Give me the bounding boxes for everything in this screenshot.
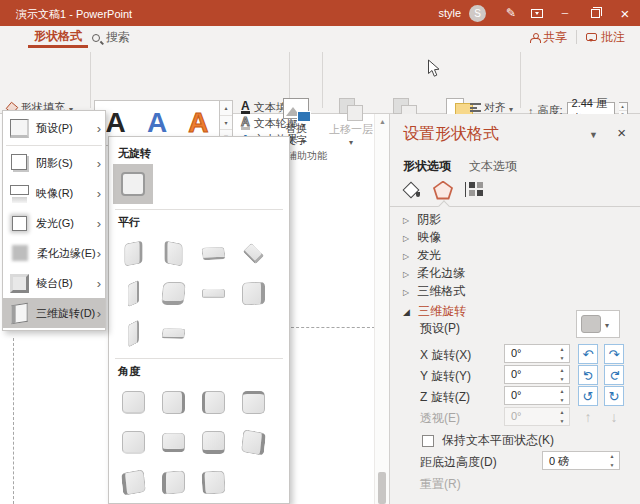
panel-section-3d-rotation[interactable]: 三维旋转 — [403, 302, 466, 320]
preset-dropdown[interactable] — [576, 310, 620, 338]
submenu-arrow-icon — [97, 276, 101, 291]
cube-icon — [242, 391, 265, 414]
rotation-preset-a-tilt-left[interactable] — [113, 462, 153, 502]
share-button[interactable]: 共享 — [521, 26, 576, 48]
cube-icon — [162, 470, 185, 495]
effects-menu-item-reflection[interactable]: 映像(R) — [3, 178, 105, 208]
panel-section-soft-edges[interactable]: 柔化边缘 — [403, 264, 465, 282]
align-icon — [470, 103, 481, 112]
chevron-down-icon — [349, 135, 353, 147]
style-addin-label[interactable]: style — [438, 7, 461, 19]
close-button[interactable] — [610, 0, 640, 26]
cube-icon — [201, 246, 226, 260]
effects-tab-icon[interactable] — [433, 181, 453, 200]
x-rotate-left-button[interactable] — [578, 344, 598, 364]
rotation-preset-a-side-left2[interactable] — [153, 462, 193, 502]
bring-forward-button[interactable]: 上移一层 — [324, 98, 378, 160]
z-rotation-stepper[interactable]: ▲▼ — [556, 387, 568, 404]
restore-button[interactable] — [580, 0, 610, 26]
submenu-arrow-icon — [97, 306, 101, 321]
z-rotate-right-button[interactable] — [604, 386, 624, 406]
user-avatar-badge[interactable]: S — [469, 5, 486, 22]
keep-text-flat-checkbox[interactable] — [422, 435, 434, 447]
panel-section-label: 柔化边缘 — [417, 265, 465, 282]
x-rotation-label: X 旋转(X) — [420, 347, 471, 364]
cube-icon — [127, 319, 138, 348]
inking-icon[interactable] — [498, 0, 524, 26]
rotation-preset-a-side-top[interactable] — [233, 382, 273, 422]
x-rotate-right-button[interactable] — [604, 344, 624, 364]
rotation-preset-p-iso-right[interactable] — [153, 233, 193, 273]
gallery-grid — [113, 164, 285, 204]
distance-stepper[interactable]: ▲▼ — [606, 452, 618, 469]
effects-menu-item-bevel[interactable]: 棱台(B) — [3, 268, 105, 298]
panel-tab-text-options[interactable]: 文本选项 — [469, 158, 517, 175]
panel-section-glow[interactable]: 发光 — [403, 246, 441, 264]
submenu-arrow-icon — [97, 156, 101, 171]
gallery-section-label: 无旋转 — [118, 146, 280, 161]
gallery-up-button[interactable] — [220, 101, 232, 116]
cube-icon — [201, 470, 225, 494]
panel-section-reflection[interactable]: 映像 — [403, 228, 441, 246]
submenu-arrow-icon — [97, 216, 101, 231]
y-rotation-stepper[interactable]: ▲▼ — [556, 366, 568, 383]
keep-text-flat-label: 保持文本平面状态(K) — [442, 432, 554, 449]
reset-button[interactable]: 重置(R) — [420, 476, 461, 493]
panel-close-icon[interactable]: × — [617, 124, 626, 141]
panel-options-icon[interactable]: ▼ — [589, 130, 598, 140]
title-bar-controls: style S — [438, 0, 640, 26]
effects-menu-item-glow[interactable]: 发光(G) — [3, 208, 105, 238]
menu-item-label: 阴影(S) — [36, 156, 97, 171]
z-rotate-left-button[interactable] — [578, 386, 598, 406]
mouse-cursor — [427, 59, 440, 78]
rotation-preset-a-side-left3[interactable] — [193, 462, 233, 502]
rotation-preset-a-side-left[interactable] — [193, 382, 233, 422]
scrollbar-thumb[interactable] — [378, 472, 386, 504]
ribbon-display-options-icon[interactable] — [524, 0, 550, 26]
rotation-preset-p-flat-low[interactable] — [193, 273, 233, 313]
glow-icon — [12, 216, 27, 231]
rotation-preset-v-none[interactable] — [113, 164, 153, 204]
comments-button[interactable]: 批注 — [577, 26, 634, 48]
rotation-preset-a-plain2[interactable] — [113, 422, 153, 462]
panel-section-shadow[interactable]: 阴影 — [403, 210, 441, 228]
bring-forward-icon — [339, 98, 363, 120]
menu-item-label: 映像(R) — [36, 186, 97, 201]
panel-tab-shape-options[interactable]: 形状选项 — [403, 158, 451, 175]
size-properties-tab-icon[interactable] — [467, 182, 483, 198]
rotation-preset-a-side-bottom[interactable] — [153, 422, 193, 462]
cube-icon — [202, 288, 225, 298]
rotation-preset-p-iso-left[interactable] — [113, 233, 153, 273]
effects-menu-item-preset[interactable]: 预设(P) — [3, 113, 105, 143]
tab-shape-format[interactable]: 形状格式 — [28, 26, 88, 48]
rotation-preset-a-plain[interactable] — [113, 382, 153, 422]
effects-menu-item-3d-rotation[interactable]: 三维旋转(D) — [3, 298, 105, 328]
cube-icon — [202, 431, 225, 454]
y-rotate-right-button[interactable] — [604, 365, 624, 385]
search-box[interactable]: 搜索 — [92, 29, 130, 46]
rotation-preset-a-side-right[interactable] — [153, 382, 193, 422]
fill-line-tab-icon[interactable] — [403, 182, 419, 198]
rotation-preset-p-diamond[interactable] — [233, 233, 273, 273]
rotation-preset-p-flat-top[interactable] — [193, 233, 233, 273]
menu-item-label: 柔化边缘(E) — [37, 246, 97, 261]
slide-scrollbar[interactable]: ▲ — [374, 114, 389, 504]
effects-menu-item-soft-edges[interactable]: 柔化边缘(E) — [3, 238, 105, 268]
minimize-button[interactable] — [550, 0, 580, 26]
scroll-up-icon[interactable]: ▲ — [375, 118, 390, 125]
gallery-down-button[interactable] — [220, 116, 232, 131]
x-rotation-stepper[interactable]: ▲▼ — [556, 345, 568, 362]
rotation-preset-p-narrow-left[interactable] — [113, 273, 153, 313]
gallery-grid — [113, 233, 285, 353]
rotation-preset-a-side-bottom2[interactable] — [193, 422, 233, 462]
rotation-preset-p-narrow-left2[interactable] — [113, 313, 153, 353]
rotation-preset-p-side-right[interactable] — [233, 273, 273, 313]
rotation-preset-p-front-tilt[interactable] — [153, 273, 193, 313]
y-rotate-left-button[interactable] — [578, 365, 598, 385]
rotation-preset-a-tilt-right[interactable] — [233, 422, 273, 462]
panel-section-3d-format[interactable]: 三维格式 — [403, 282, 465, 300]
collapse-arrow-icon — [403, 304, 410, 318]
align-button[interactable]: 对齐 — [470, 100, 513, 115]
rotation-preset-p-flat-top2[interactable] — [153, 313, 193, 353]
effects-menu-item-shadow[interactable]: 阴影(S) — [3, 148, 105, 178]
